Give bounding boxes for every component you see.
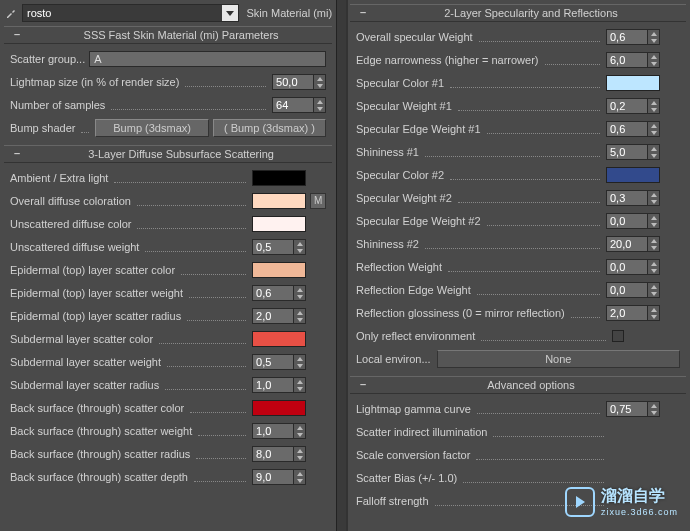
arrow-down-icon[interactable] (648, 409, 659, 416)
arrow-down-icon[interactable] (648, 106, 659, 113)
epidermal-weight-spinner[interactable]: 0,6 (252, 285, 306, 301)
back-depth-spinner[interactable]: 9,0 (252, 469, 306, 485)
collapse-icon[interactable]: – (356, 6, 370, 20)
ambient-label: Ambient / Extra light (10, 172, 108, 184)
back-radius-spinner[interactable]: 8,0 (252, 446, 306, 462)
reflection-edge-spinner[interactable]: 0,0 (606, 282, 660, 298)
scale-conversion-label: Scale conversion factor (356, 449, 470, 461)
overall-diffuse-swatch[interactable] (252, 193, 306, 209)
reflection-weight-spinner[interactable]: 0,0 (606, 259, 660, 275)
arrow-up-icon[interactable] (648, 260, 659, 267)
spec-color2-label: Specular Color #2 (356, 169, 444, 181)
arrow-down-icon[interactable] (314, 82, 325, 89)
arrow-down-icon[interactable] (648, 152, 659, 159)
spec-color2-swatch[interactable] (606, 167, 660, 183)
epidermal-radius-spinner[interactable]: 2,0 (252, 308, 306, 324)
bump-shader-button[interactable]: Bump (3dsmax) (95, 119, 208, 137)
section-diffuse-sss-header[interactable]: – 3-Layer Diffuse Subsurface Scattering (4, 145, 332, 163)
material-name-dropdown[interactable]: rosto (22, 4, 239, 22)
unscattered-color-swatch[interactable] (252, 216, 306, 232)
arrow-up-icon[interactable] (294, 470, 305, 477)
back-color-swatch[interactable] (252, 400, 306, 416)
section-specularity-header[interactable]: – 2-Layer Specularity and Reflections (350, 4, 686, 22)
arrow-down-icon[interactable] (294, 431, 305, 438)
section-advanced-header[interactable]: – Advanced options (350, 376, 686, 394)
arrow-down-icon[interactable] (294, 454, 305, 461)
reflection-weight-label: Reflection Weight (356, 261, 442, 273)
spec-color1-swatch[interactable] (606, 75, 660, 91)
lightmap-gamma-label: Lightmap gamma curve (356, 403, 471, 415)
arrow-up-icon[interactable] (294, 240, 305, 247)
subdermal-weight-spinner[interactable]: 0,5 (252, 354, 306, 370)
spec-weight2-spinner[interactable]: 0,3 (606, 190, 660, 206)
epidermal-color-label: Epidermal (top) layer scatter color (10, 264, 175, 276)
arrow-up-icon[interactable] (294, 309, 305, 316)
arrow-up-icon[interactable] (648, 214, 659, 221)
arrow-down-icon[interactable] (648, 129, 659, 136)
arrow-down-icon[interactable] (648, 267, 659, 274)
arrow-down-icon[interactable] (648, 37, 659, 44)
unscattered-weight-spinner[interactable]: 0,5 (252, 239, 306, 255)
arrow-up-icon[interactable] (294, 355, 305, 362)
eyedropper-icon[interactable] (4, 6, 18, 20)
material-name-value[interactable]: rosto (23, 5, 222, 21)
shininess2-spinner[interactable]: 20,0 (606, 236, 660, 252)
back-weight-spinner[interactable]: 1,0 (252, 423, 306, 439)
map-button[interactable]: M (310, 193, 326, 209)
scatter-group-input[interactable]: A (89, 51, 326, 67)
local-environment-button[interactable]: None (437, 350, 680, 368)
samples-label: Number of samples (10, 99, 105, 111)
arrow-down-icon[interactable] (294, 247, 305, 254)
collapse-icon[interactable]: – (356, 378, 370, 392)
collapse-icon[interactable]: – (10, 147, 24, 161)
arrow-up-icon[interactable] (648, 237, 659, 244)
arrow-down-icon[interactable] (294, 316, 305, 323)
subdermal-color-swatch[interactable] (252, 331, 306, 347)
subdermal-radius-spinner[interactable]: 1,0 (252, 377, 306, 393)
arrow-up-icon[interactable] (314, 75, 325, 82)
only-reflect-env-checkbox[interactable] (612, 330, 624, 342)
arrow-down-icon[interactable] (314, 105, 325, 112)
epidermal-color-swatch[interactable] (252, 262, 306, 278)
arrow-down-icon[interactable] (648, 313, 659, 320)
arrow-up-icon[interactable] (648, 283, 659, 290)
bump-shader-alt-button[interactable]: ( Bump (3dsmax) ) (213, 119, 326, 137)
reflection-gloss-spinner[interactable]: 2,0 (606, 305, 660, 321)
chevron-down-icon[interactable] (222, 5, 238, 21)
spec-weight1-spinner[interactable]: 0,2 (606, 98, 660, 114)
scrollbar[interactable] (336, 0, 346, 531)
overall-spec-weight-spinner[interactable]: 0,6 (606, 29, 660, 45)
section-sss-params-header[interactable]: – SSS Fast Skin Material (mi) Parameters (4, 26, 332, 44)
lightmap-size-spinner[interactable]: 50,0 (272, 74, 326, 90)
arrow-down-icon[interactable] (648, 244, 659, 251)
arrow-up-icon[interactable] (648, 53, 659, 60)
arrow-up-icon[interactable] (648, 191, 659, 198)
arrow-up-icon[interactable] (314, 98, 325, 105)
shininess1-spinner[interactable]: 5,0 (606, 144, 660, 160)
arrow-down-icon[interactable] (294, 477, 305, 484)
arrow-up-icon[interactable] (648, 30, 659, 37)
arrow-down-icon[interactable] (294, 362, 305, 369)
arrow-up-icon[interactable] (294, 447, 305, 454)
arrow-down-icon[interactable] (648, 198, 659, 205)
arrow-up-icon[interactable] (294, 286, 305, 293)
arrow-down-icon[interactable] (648, 290, 659, 297)
arrow-up-icon[interactable] (648, 122, 659, 129)
edge-narrowness-spinner[interactable]: 6,0 (606, 52, 660, 68)
arrow-up-icon[interactable] (648, 306, 659, 313)
arrow-down-icon[interactable] (294, 385, 305, 392)
ambient-color-swatch[interactable] (252, 170, 306, 186)
samples-spinner[interactable]: 64 (272, 97, 326, 113)
arrow-up-icon[interactable] (648, 145, 659, 152)
arrow-up-icon[interactable] (648, 99, 659, 106)
arrow-up-icon[interactable] (294, 378, 305, 385)
spec-edge2-spinner[interactable]: 0,0 (606, 213, 660, 229)
spec-edge1-spinner[interactable]: 0,6 (606, 121, 660, 137)
arrow-up-icon[interactable] (294, 424, 305, 431)
arrow-up-icon[interactable] (648, 402, 659, 409)
arrow-down-icon[interactable] (294, 293, 305, 300)
arrow-down-icon[interactable] (648, 60, 659, 67)
arrow-down-icon[interactable] (648, 221, 659, 228)
lightmap-gamma-spinner[interactable]: 0,75 (606, 401, 660, 417)
collapse-icon[interactable]: – (10, 28, 24, 42)
